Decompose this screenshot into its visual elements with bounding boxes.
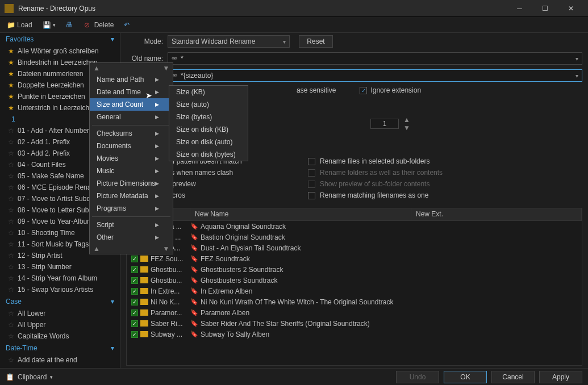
- star-icon: ☆: [8, 321, 14, 329]
- insert-field-menu: ▲▼Name and Path▶Date and Time▶Size and C…: [89, 62, 173, 254]
- reset-button[interactable]: Reset: [299, 35, 333, 48]
- star-icon: ☆: [8, 286, 14, 294]
- load-button[interactable]: 📁Load: [3, 20, 36, 30]
- favorite-item[interactable]: ★Alle Wörter groß schreiben: [0, 45, 120, 57]
- menu-item[interactable]: Name and Path▶: [90, 73, 173, 86]
- ignore-ext-checkbox[interactable]: [360, 87, 367, 94]
- maximize-button[interactable]: ☐: [532, 1, 558, 16]
- save-icon: 💾: [43, 21, 51, 29]
- submenu-item[interactable]: Size (bytes): [169, 111, 248, 123]
- submenu-item[interactable]: Size on disk (bytes): [169, 148, 248, 161]
- tag-icon: 🔖: [190, 277, 198, 284]
- preset-item[interactable]: ☆Add date in beginning: [0, 366, 120, 368]
- folder-icon: [140, 299, 148, 305]
- table-row[interactable]: ✓Saber Ri...🔖Saber Rider And The Star Sh…: [127, 318, 582, 329]
- table-row[interactable]: ✓Ni No K...🔖Ni No Kuni Wrath Of The Whit…: [127, 296, 582, 307]
- show-preview-checkbox: [308, 181, 315, 188]
- spinner-up[interactable]: ▲: [403, 116, 410, 124]
- table-row[interactable]: ✓Subway ...🔖Subway To Sally Alben: [127, 329, 582, 340]
- tag-icon: 🔖: [190, 309, 198, 316]
- menu-scroll-up[interactable]: ▲: [93, 64, 100, 72]
- menu-item[interactable]: Documents▶: [90, 140, 173, 152]
- menu-item[interactable]: Programs▶: [90, 202, 173, 215]
- preset-item[interactable]: ☆All Upper: [0, 319, 120, 330]
- menu-item[interactable]: Music▶: [90, 165, 173, 177]
- number-spinner[interactable]: 1: [370, 119, 399, 129]
- row-checkbox[interactable]: ✓: [131, 266, 138, 273]
- star-icon: ☆: [8, 138, 14, 146]
- star-icon: ☆: [8, 127, 14, 135]
- menu-item[interactable]: Movies▶: [90, 152, 173, 165]
- menu-item[interactable]: Picture Dimensions▶: [90, 177, 173, 190]
- rename-sub-checkbox[interactable]: [308, 158, 315, 165]
- case-sensitive-label: ase sensitive: [297, 86, 336, 94]
- menu-scroll-down[interactable]: ▼: [162, 245, 169, 253]
- cancel-button[interactable]: Cancel: [491, 371, 535, 383]
- row-checkbox[interactable]: ✓: [131, 309, 138, 316]
- tag-icon: 🔖: [190, 223, 198, 230]
- menu-item[interactable]: Date and Time▶: [90, 86, 173, 98]
- menu-item[interactable]: Script▶: [90, 219, 173, 231]
- folder-icon: 📁: [7, 21, 15, 29]
- row-checkbox[interactable]: ✓: [131, 256, 138, 262]
- preset-item[interactable]: ☆Add date at the end: [0, 354, 120, 366]
- menu-item[interactable]: Picture Metadata▶: [90, 190, 173, 202]
- ok-button[interactable]: OK: [444, 371, 487, 383]
- row-checkbox[interactable]: ✓: [131, 277, 138, 284]
- folder-icon: [140, 320, 148, 327]
- submenu-item[interactable]: Size on disk (auto): [169, 136, 248, 148]
- undo-button[interactable]: ↶: [120, 20, 135, 30]
- preset-item[interactable]: ☆15 - Swap Various Artists: [0, 284, 120, 295]
- table-row[interactable]: ✓Ghostbu...🔖Ghostbusters 2 Soundtrack: [127, 264, 582, 275]
- menu-item[interactable]: Other▶: [90, 231, 173, 244]
- spinner-down[interactable]: ▼: [403, 124, 410, 132]
- field-prefix-icon: ⚮: [172, 55, 177, 62]
- menu-item[interactable]: Checksums▶: [90, 127, 173, 140]
- delete-button[interactable]: ⊘Delete: [81, 20, 118, 30]
- newname-input[interactable]: ⚮ *{sizeauto} ▾: [168, 69, 582, 82]
- row-checkbox[interactable]: ✓: [131, 288, 138, 295]
- preset-item[interactable]: ☆Capitalize Words: [0, 330, 120, 342]
- table-row[interactable]: ✓Dust - A...🔖Dust - An Elysian Tail Soun…: [127, 242, 582, 253]
- rename-matching-checkbox[interactable]: [308, 192, 315, 199]
- preset-item[interactable]: ☆All Lower: [0, 308, 120, 319]
- submenu-item[interactable]: Size on disk (KB): [169, 123, 248, 136]
- close-button[interactable]: ✕: [558, 1, 583, 16]
- table-row[interactable]: ✓Paramor...🔖Paramore Alben: [127, 307, 582, 318]
- app-icon: [5, 4, 14, 13]
- menu-item[interactable]: Size and Count▶: [90, 98, 173, 111]
- apply-button[interactable]: Apply: [539, 371, 582, 383]
- row-checkbox[interactable]: ✓: [131, 320, 138, 327]
- table-row[interactable]: ✓Aquaria ...🔖Aquaria Original Soundtrack: [127, 221, 582, 232]
- delete-icon: ⊘: [84, 21, 92, 29]
- col-newext[interactable]: New Ext.: [411, 208, 582, 220]
- preset-item[interactable]: ☆13 - Strip Number: [0, 261, 120, 273]
- submenu-item[interactable]: Size (auto): [169, 98, 248, 111]
- submenu-arrow-icon: ▶: [155, 222, 159, 228]
- case-section[interactable]: Case▾: [0, 295, 120, 308]
- minimize-button[interactable]: ─: [507, 1, 532, 16]
- save-button[interactable]: 💾▾: [39, 20, 59, 30]
- menu-scroll-down[interactable]: ▼: [162, 64, 169, 72]
- row-checkbox[interactable]: ✓: [131, 331, 138, 338]
- rename-matching-label: Rename matching filenames as one: [320, 191, 428, 199]
- submenu-arrow-icon: ▶: [155, 168, 159, 174]
- favorites-section[interactable]: Favorites▾: [0, 33, 120, 45]
- folder-icon: [140, 266, 148, 273]
- preset-item[interactable]: ☆14 - Strip Year from Album: [0, 273, 120, 284]
- mode-dropdown[interactable]: Standard Wildcard Rename▾: [168, 35, 290, 48]
- print-button[interactable]: 🖶: [62, 20, 77, 30]
- star-icon: ★: [8, 104, 14, 112]
- table-row[interactable]: ✓Bastion ...🔖Bastion Original Soundtrack: [127, 232, 582, 242]
- menu-scroll-up[interactable]: ▲: [93, 245, 100, 253]
- clipboard-button[interactable]: 📋 Clipboard ▾: [6, 373, 53, 381]
- table-row[interactable]: ✓Ghostbu...🔖Ghostbusters Soundtrack: [127, 275, 582, 286]
- row-checkbox[interactable]: ✓: [131, 299, 138, 306]
- oldname-input[interactable]: ⚮ * ▾: [168, 52, 582, 65]
- datetime-section[interactable]: Date-Time▾: [0, 342, 120, 354]
- col-newname[interactable]: New Name: [190, 208, 411, 220]
- menu-item[interactable]: General▶: [90, 111, 173, 123]
- table-row[interactable]: ✓FEZ Sou...🔖FEZ Soundtrack: [127, 253, 582, 264]
- table-row[interactable]: ✓In Extre...🔖In Extremo Alben: [127, 286, 582, 296]
- submenu-item[interactable]: Size (KB): [169, 86, 248, 98]
